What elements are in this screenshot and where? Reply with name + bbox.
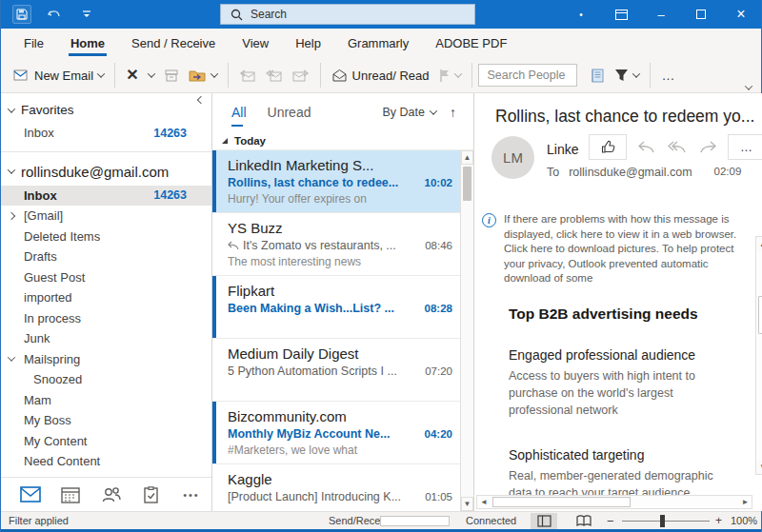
account-header[interactable]: rollinsduke@gmail.com: [1, 152, 211, 186]
scroll-thumb[interactable]: [463, 167, 471, 201]
email-row[interactable]: Bizcommunity.com Monthly MyBiz Account N…: [212, 402, 460, 464]
email-row[interactable]: YS Buzz It's Zomato vs restaurants, ...0…: [212, 213, 460, 276]
folder-my-content[interactable]: My Content: [1, 431, 211, 452]
reading-pane: Rollins, last chance to redeem yo... LM …: [474, 93, 762, 511]
reading-pane-hscrollbar[interactable]: ◄ ►: [476, 495, 752, 509]
mail-module-icon[interactable]: [10, 486, 50, 502]
maximize-button[interactable]: [681, 0, 721, 29]
scroll-down-icon[interactable]: ▼: [461, 497, 473, 511]
group-header-today[interactable]: Today: [212, 131, 473, 150]
reply-button[interactable]: [234, 65, 261, 87]
email-row[interactable]: Kaggle [Product Launch] Introducing K...…: [212, 464, 460, 511]
new-email-button[interactable]: New Email: [9, 65, 109, 87]
reply-all-button[interactable]: [261, 65, 288, 87]
sort-direction-icon[interactable]: ↑: [450, 105, 456, 120]
ribbon-tab-strip: File Home Send / Receive View Help Gramm…: [1, 29, 761, 58]
tab-help[interactable]: Help: [284, 30, 332, 57]
zoom-slider[interactable]: [622, 521, 710, 522]
download-pictures-notice[interactable]: i If there are problems with how this me…: [474, 208, 762, 286]
tab-adobe-pdf[interactable]: ADOBE PDF: [424, 30, 518, 57]
reading-view-icon[interactable]: [571, 513, 597, 529]
folder-deleted-items[interactable]: Deleted Items: [1, 227, 211, 247]
tasks-module-icon[interactable]: [131, 486, 171, 503]
group-expanded-icon: [222, 138, 228, 144]
folder-my-boss[interactable]: My Boss: [1, 410, 211, 431]
more-actions-button[interactable]: …: [728, 134, 762, 160]
folder-gmail[interactable]: [Gmail]: [1, 206, 211, 227]
zoom-level[interactable]: 100%: [731, 515, 757, 526]
scroll-up-icon[interactable]: ▲: [461, 150, 473, 165]
people-module-icon[interactable]: [90, 486, 130, 502]
email-row[interactable]: Flipkart Been Making a Wish...List? ...0…: [212, 276, 460, 339]
scroll-thumb[interactable]: [492, 497, 631, 507]
sender-avatar[interactable]: LM: [491, 136, 534, 179]
folder-pane: Favorites Inbox 14263 rollinsduke@gmail.…: [1, 93, 212, 511]
minimize-button[interactable]: –: [641, 0, 681, 29]
tab-send-receive[interactable]: Send / Receive: [120, 30, 227, 57]
folder-snoozed[interactable]: Snoozed: [1, 369, 211, 390]
replied-icon: [228, 241, 239, 250]
sender-name[interactable]: Linke: [547, 142, 578, 157]
folder-junk[interactable]: Junk: [1, 328, 211, 349]
zoom-slider-thumb[interactable]: [660, 515, 665, 527]
reading-pane-scrollbar[interactable]: ▲ ▼: [755, 236, 762, 475]
normal-view-icon[interactable]: [531, 513, 557, 529]
zoom-out-button[interactable]: −: [607, 514, 614, 528]
forward-button[interactable]: [697, 141, 718, 153]
follow-up-flag-button[interactable]: [433, 65, 466, 87]
calendar-module-icon[interactable]: [50, 486, 90, 503]
folder-imported[interactable]: imported: [1, 287, 211, 308]
modules-overflow-icon[interactable]: •••: [171, 489, 211, 501]
folder-in-process[interactable]: In process: [1, 308, 211, 329]
delete-button[interactable]: ✕: [121, 64, 143, 87]
filter-icon: [614, 69, 629, 82]
folder-drafts[interactable]: Drafts: [1, 246, 211, 267]
collapse-ribbon-icon[interactable]: [745, 82, 752, 89]
reply-button[interactable]: [636, 141, 657, 153]
scroll-down-icon[interactable]: ▼: [756, 460, 762, 474]
tab-grammarly[interactable]: Grammarly: [336, 30, 420, 57]
email-row[interactable]: LinkedIn Marketing S... Rollins, last ch…: [212, 150, 460, 213]
filter-status: Filter applied: [1, 515, 69, 526]
undo-icon[interactable]: [45, 5, 64, 24]
customize-quick-access-icon[interactable]: [77, 5, 96, 24]
folder-mam[interactable]: Mam: [1, 390, 211, 411]
delete-dropdown[interactable]: [144, 69, 159, 82]
save-icon[interactable]: [12, 5, 31, 24]
favorites-group[interactable]: Favorites: [1, 93, 211, 123]
scroll-right-icon[interactable]: ►: [738, 496, 752, 508]
folder-mailspring[interactable]: Mailspring: [1, 349, 211, 370]
tab-all[interactable]: All: [231, 105, 247, 120]
folder-guest-post[interactable]: Guest Post: [1, 267, 211, 288]
ribbon-display-options-icon[interactable]: [601, 0, 641, 29]
unread-read-button[interactable]: Unread/ Read: [327, 65, 434, 87]
email-row[interactable]: Medium Daily Digest 5 Python Automation …: [212, 339, 460, 402]
address-book-button[interactable]: [585, 65, 610, 87]
titlebar-search-box[interactable]: Search: [220, 4, 475, 25]
scroll-left-icon[interactable]: ◄: [477, 496, 491, 508]
to-address[interactable]: rollinsduke@gmail.com: [569, 166, 692, 179]
scroll-thumb[interactable]: [758, 296, 762, 334]
tab-view[interactable]: View: [231, 30, 280, 57]
message-list-scrollbar[interactable]: ▲ ▼: [460, 150, 473, 511]
folder-need-content[interactable]: Need Content: [1, 451, 211, 472]
body-section: Engaged professional audience Access to …: [509, 347, 735, 419]
close-button[interactable]: ×: [721, 0, 761, 29]
forward-button[interactable]: [288, 65, 314, 87]
filter-email-button[interactable]: [610, 65, 644, 86]
sort-by-date-dropdown[interactable]: By Date: [383, 106, 436, 119]
like-button[interactable]: [589, 134, 627, 160]
scroll-up-icon[interactable]: ▲: [756, 237, 762, 251]
message-time: 02:09: [714, 166, 742, 177]
reply-all-button[interactable]: [667, 141, 688, 153]
tab-unread[interactable]: Unread: [268, 105, 311, 120]
move-to-folder-button[interactable]: [184, 65, 222, 87]
search-people-input[interactable]: [478, 64, 577, 87]
toolbar-overflow-button[interactable]: …: [656, 64, 681, 87]
tab-home[interactable]: Home: [59, 30, 116, 57]
tab-file[interactable]: File: [12, 30, 55, 57]
zoom-in-button[interactable]: +: [715, 514, 722, 527]
archive-button[interactable]: [159, 65, 184, 87]
folder-inbox[interactable]: Inbox 14263: [1, 186, 211, 207]
favorites-inbox[interactable]: Inbox 14263: [1, 123, 211, 144]
